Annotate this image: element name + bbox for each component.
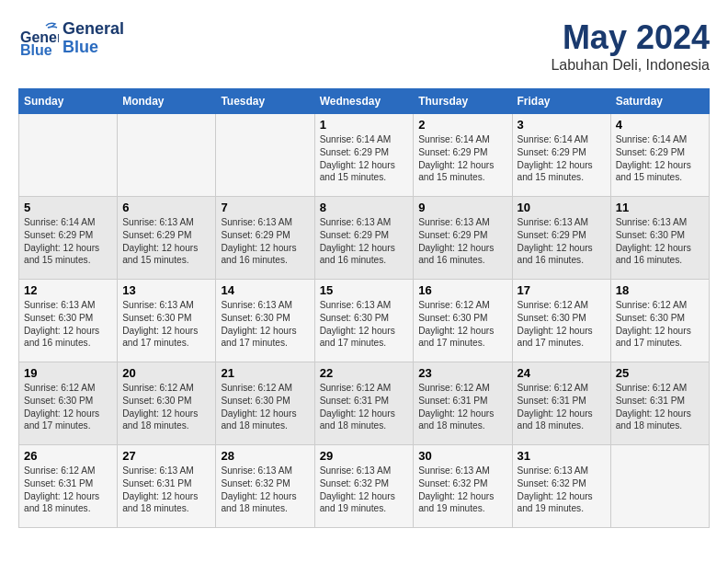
day-number: 6 [122,201,210,214]
calendar-cell-w3-d0: 12Sunrise: 6:13 AM Sunset: 6:30 PM Dayli… [19,280,118,362]
header-sunday: Sunday [19,89,118,114]
day-number: 17 [518,283,606,297]
calendar-cell-w3-d2: 14Sunrise: 6:13 AM Sunset: 6:30 PM Dayli… [216,280,314,362]
day-number: 31 [518,449,606,463]
logo-icon: General Blue [18,18,59,59]
calendar-cell-w4-d0: 19Sunrise: 6:12 AM Sunset: 6:30 PM Dayli… [19,362,118,445]
day-info: Sunrise: 6:13 AM Sunset: 6:32 PM Dayligh… [320,465,409,515]
day-number: 14 [221,283,309,297]
day-info: Sunrise: 6:13 AM Sunset: 6:30 PM Dayligh… [122,299,210,350]
calendar-cell-w4-d5: 24Sunrise: 6:12 AM Sunset: 6:31 PM Dayli… [512,362,610,445]
day-number: 24 [518,366,606,380]
calendar-cell-w1-d2 [216,114,314,197]
calendar-cell-w2-d5: 10Sunrise: 6:13 AM Sunset: 6:29 PM Dayli… [512,197,610,280]
day-number: 1 [320,118,409,132]
day-info: Sunrise: 6:14 AM Sunset: 6:29 PM Dayligh… [616,133,704,184]
calendar-cell-w4-d4: 23Sunrise: 6:12 AM Sunset: 6:31 PM Dayli… [414,362,512,445]
day-number: 22 [320,366,409,380]
calendar-cell-w3-d3: 15Sunrise: 6:13 AM Sunset: 6:30 PM Dayli… [314,280,414,362]
logo-blue-text: Blue [63,39,124,57]
calendar-cell-w4-d6: 25Sunrise: 6:12 AM Sunset: 6:31 PM Dayli… [610,362,709,445]
day-number: 9 [418,201,506,214]
day-info: Sunrise: 6:13 AM Sunset: 6:32 PM Dayligh… [418,465,506,515]
day-info: Sunrise: 6:14 AM Sunset: 6:29 PM Dayligh… [518,133,606,184]
day-info: Sunrise: 6:13 AM Sunset: 6:32 PM Dayligh… [221,465,309,515]
day-info: Sunrise: 6:13 AM Sunset: 6:30 PM Dayligh… [221,299,309,350]
day-number: 2 [418,118,506,132]
day-number: 16 [418,283,506,297]
calendar-cell-w3-d1: 13Sunrise: 6:13 AM Sunset: 6:30 PM Dayli… [118,280,216,362]
location: Labuhan Deli, Indonesia [551,57,710,74]
day-number: 15 [320,283,409,297]
day-info: Sunrise: 6:13 AM Sunset: 6:29 PM Dayligh… [320,216,409,267]
day-number: 11 [616,201,704,214]
calendar-cell-w1-d6: 4Sunrise: 6:14 AM Sunset: 6:29 PM Daylig… [610,114,709,197]
day-info: Sunrise: 6:13 AM Sunset: 6:29 PM Dayligh… [418,216,506,267]
day-number: 5 [24,201,112,214]
calendar-cell-w1-d5: 3Sunrise: 6:14 AM Sunset: 6:29 PM Daylig… [512,114,610,197]
day-info: Sunrise: 6:12 AM Sunset: 6:31 PM Dayligh… [616,382,704,432]
day-number: 3 [518,118,606,132]
title-block: May 2024 Labuhan Deli, Indonesia [551,18,710,74]
calendar-cell-w4-d1: 20Sunrise: 6:12 AM Sunset: 6:30 PM Dayli… [118,362,216,445]
day-info: Sunrise: 6:13 AM Sunset: 6:30 PM Dayligh… [24,299,112,350]
week-row-4: 19Sunrise: 6:12 AM Sunset: 6:30 PM Dayli… [19,362,710,445]
day-info: Sunrise: 6:14 AM Sunset: 6:29 PM Dayligh… [320,133,409,184]
week-row-1: 1Sunrise: 6:14 AM Sunset: 6:29 PM Daylig… [19,114,710,197]
calendar-cell-w2-d6: 11Sunrise: 6:13 AM Sunset: 6:30 PM Dayli… [610,197,709,280]
day-info: Sunrise: 6:12 AM Sunset: 6:30 PM Dayligh… [221,382,309,432]
week-row-3: 12Sunrise: 6:13 AM Sunset: 6:30 PM Dayli… [19,280,710,362]
calendar-cell-w2-d4: 9Sunrise: 6:13 AM Sunset: 6:29 PM Daylig… [414,197,512,280]
day-info: Sunrise: 6:12 AM Sunset: 6:30 PM Dayligh… [24,382,112,432]
calendar-cell-w3-d5: 17Sunrise: 6:12 AM Sunset: 6:30 PM Dayli… [512,280,610,362]
calendar-cell-w5-d2: 28Sunrise: 6:13 AM Sunset: 6:32 PM Dayli… [216,445,314,528]
day-number: 23 [418,366,506,380]
day-number: 27 [122,449,210,463]
calendar-cell-w2-d3: 8Sunrise: 6:13 AM Sunset: 6:29 PM Daylig… [314,197,414,280]
calendar-cell-w5-d5: 31Sunrise: 6:13 AM Sunset: 6:32 PM Dayli… [512,445,610,528]
calendar-cell-w5-d1: 27Sunrise: 6:13 AM Sunset: 6:31 PM Dayli… [118,445,216,528]
day-info: Sunrise: 6:12 AM Sunset: 6:30 PM Dayligh… [122,382,210,432]
calendar-cell-w5-d6 [610,445,709,528]
header-wednesday: Wednesday [314,89,414,114]
calendar-cell-w1-d0 [19,114,118,197]
day-info: Sunrise: 6:14 AM Sunset: 6:29 PM Dayligh… [24,216,112,267]
logo-general-text: General [63,20,124,39]
header-monday: Monday [118,89,216,114]
day-number: 29 [320,449,409,463]
day-number: 21 [221,366,309,380]
header-friday: Friday [512,89,610,114]
day-info: Sunrise: 6:12 AM Sunset: 6:31 PM Dayligh… [518,382,606,432]
month-year: May 2024 [551,18,710,57]
calendar-cell-w1-d4: 2Sunrise: 6:14 AM Sunset: 6:29 PM Daylig… [414,114,512,197]
day-info: Sunrise: 6:12 AM Sunset: 6:30 PM Dayligh… [616,299,704,350]
calendar-cell-w5-d0: 26Sunrise: 6:12 AM Sunset: 6:31 PM Dayli… [19,445,118,528]
day-info: Sunrise: 6:13 AM Sunset: 6:31 PM Dayligh… [122,465,210,515]
calendar-cell-w3-d4: 16Sunrise: 6:12 AM Sunset: 6:30 PM Dayli… [414,280,512,362]
calendar-cell-w2-d1: 6Sunrise: 6:13 AM Sunset: 6:29 PM Daylig… [118,197,216,280]
svg-text:Blue: Blue [20,42,52,58]
calendar-cell-w1-d1 [118,114,216,197]
day-info: Sunrise: 6:12 AM Sunset: 6:30 PM Dayligh… [518,299,606,350]
calendar-cell-w2-d2: 7Sunrise: 6:13 AM Sunset: 6:29 PM Daylig… [216,197,314,280]
calendar-cell-w5-d3: 29Sunrise: 6:13 AM Sunset: 6:32 PM Dayli… [314,445,414,528]
header-saturday: Saturday [610,89,709,114]
header-thursday: Thursday [414,89,512,114]
day-number: 28 [221,449,309,463]
week-row-2: 5Sunrise: 6:14 AM Sunset: 6:29 PM Daylig… [19,197,710,280]
day-info: Sunrise: 6:13 AM Sunset: 6:30 PM Dayligh… [320,299,409,350]
day-number: 13 [122,283,210,297]
day-number: 8 [320,201,409,214]
day-info: Sunrise: 6:13 AM Sunset: 6:29 PM Dayligh… [221,216,309,267]
calendar-cell-w3-d6: 18Sunrise: 6:12 AM Sunset: 6:30 PM Dayli… [610,280,709,362]
day-number: 7 [221,201,309,214]
calendar-cell-w5-d4: 30Sunrise: 6:13 AM Sunset: 6:32 PM Dayli… [414,445,512,528]
day-info: Sunrise: 6:12 AM Sunset: 6:30 PM Dayligh… [418,299,506,350]
calendar-table: Sunday Monday Tuesday Wednesday Thursday… [18,88,710,528]
calendar-cell-w1-d3: 1Sunrise: 6:14 AM Sunset: 6:29 PM Daylig… [314,114,414,197]
day-info: Sunrise: 6:12 AM Sunset: 6:31 PM Dayligh… [24,465,112,515]
day-info: Sunrise: 6:13 AM Sunset: 6:29 PM Dayligh… [122,216,210,267]
day-number: 10 [518,201,606,214]
day-info: Sunrise: 6:12 AM Sunset: 6:31 PM Dayligh… [320,382,409,432]
day-number: 30 [418,449,506,463]
